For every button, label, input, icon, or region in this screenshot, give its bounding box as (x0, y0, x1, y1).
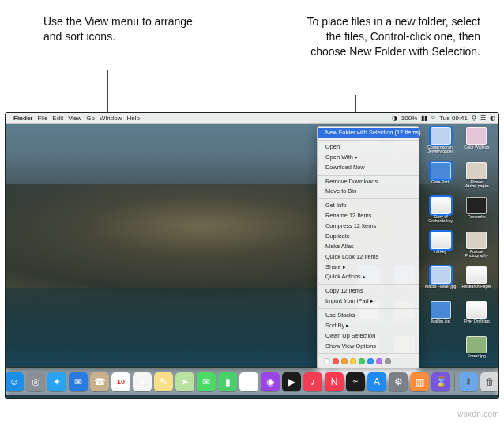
notification-center-icon[interactable]: ◐ (490, 115, 495, 122)
desktop-icon[interactable]: Flower Market.pages (460, 162, 495, 195)
siri-icon[interactable]: ◑ (392, 115, 397, 122)
cm-sort-by[interactable]: Sort By ▸ (318, 321, 419, 331)
cm-import-from-ipad[interactable]: Import from iPad ▸ (318, 296, 419, 307)
cm-clean-up-selection[interactable]: Clean Up Selection (318, 331, 419, 342)
cm-quick-look[interactable]: Quick Look 12 Items (318, 252, 419, 262)
desktop-icon[interactable]: Gate Park (423, 162, 458, 195)
cm-use-stacks[interactable]: Use Stacks (318, 311, 419, 321)
cm-duplicate[interactable]: Duplicate (318, 232, 419, 242)
cm-open-with[interactable]: Open With ▸ (318, 153, 419, 163)
dock-appstore-icon[interactable]: A (367, 372, 386, 391)
cm-tags-row[interactable] (318, 356, 419, 368)
tag-gray-icon[interactable] (385, 358, 391, 364)
dock-downloads-icon[interactable]: ⬇ (459, 372, 478, 391)
cm-move-to-bin[interactable]: Move to Bin (318, 187, 419, 197)
dock-books-icon[interactable]: ▥ (410, 372, 429, 391)
cm-separator (318, 308, 419, 309)
cm-rename[interactable]: Rename 12 Items… (318, 211, 419, 221)
menu-go[interactable]: Go (86, 115, 95, 122)
mac-desktop: Finder File Edit View Go Window Help ◑ 1… (5, 112, 499, 399)
desktop-icon[interactable]: Research Paper (460, 266, 495, 300)
tag-red-icon[interactable] (333, 358, 339, 364)
menu-edit[interactable]: Edit (52, 115, 63, 122)
context-menu: New Folder with Selection (12 Items) Ope… (317, 126, 419, 380)
battery-icon: ▮▮ (421, 115, 427, 122)
menubar: Finder File Edit View Go Window Help ◑ 1… (6, 113, 498, 124)
dock-contacts-icon[interactable]: ☎ (90, 372, 109, 391)
dock-finder-icon[interactable]: ☺ (5, 372, 24, 391)
cm-separator (318, 175, 419, 176)
dock-separator (454, 373, 455, 391)
cm-separator (318, 284, 419, 285)
dock-music-icon[interactable]: ♪ (303, 372, 322, 391)
tag-orange-icon[interactable] (341, 358, 348, 364)
desktop-icon[interactable]: Contemporary Jewelry pages (423, 127, 458, 161)
desktop-icon[interactable]: Malibu.jpg (423, 301, 458, 334)
cm-separator (318, 353, 419, 354)
control-center-icon[interactable]: ☰ (480, 115, 486, 122)
cm-separator (318, 140, 419, 141)
watermark: wsxdn.com (457, 410, 499, 418)
menubar-app-name[interactable]: Finder (13, 115, 32, 122)
dock-news-icon[interactable]: N (325, 372, 344, 391)
dock-maps-icon[interactable]: ➤ (175, 372, 194, 391)
cm-get-info[interactable]: Get Info (318, 201, 419, 211)
dock-notes-icon[interactable]: ✎ (154, 372, 173, 391)
desktop-icon[interactable]: Fireworks (460, 197, 495, 230)
dock-reminders-icon[interactable]: ≡ (133, 372, 152, 391)
menu-window[interactable]: Window (100, 115, 122, 122)
dock-messages-icon[interactable]: ✉ (197, 372, 216, 391)
dock-podcasts-icon[interactable]: ◉ (261, 372, 280, 391)
desktop-icon[interactable]: Flyer Draft.jpg (460, 301, 495, 334)
cm-download-now[interactable]: Download Now (318, 163, 419, 173)
dock-preferences-icon[interactable]: ⚙ (389, 372, 408, 391)
desktop-icon[interactable]: nd.key (423, 232, 458, 265)
desktop-icon[interactable]: Color Wall.jpg (460, 127, 495, 161)
dock-photos-icon[interactable]: ❀ (239, 372, 258, 391)
cm-quick-actions[interactable]: Quick Actions ▸ (318, 272, 419, 282)
dock: ☺◎✦✉☎10≡✎➤✉▮❀◉▶♪N≈A⚙▥⌛⬇🗑 (5, 368, 499, 395)
cm-separator (318, 198, 419, 199)
cm-new-folder-with-selection[interactable]: New Folder with Selection (12 Items) (318, 128, 419, 138)
menu-view[interactable]: View (68, 115, 81, 122)
wifi-icon[interactable]: ⌔ (431, 115, 435, 122)
dock-mail-icon[interactable]: ✉ (69, 372, 88, 391)
desktop-icon[interactable]: Portrait Photography (460, 232, 495, 265)
spotlight-icon[interactable]: ⚲ (472, 115, 476, 122)
tag-green-icon[interactable] (359, 358, 365, 364)
dock-screen-time-icon[interactable]: ⌛ (431, 372, 450, 391)
dock-calendar-icon[interactable]: 10 (111, 372, 130, 391)
tag-none-icon[interactable] (324, 358, 330, 364)
tag-yellow-icon[interactable] (350, 358, 356, 364)
tag-blue-icon[interactable] (367, 358, 374, 364)
desktop-icon[interactable]: Forest.jpg (460, 336, 495, 369)
dock-safari-icon[interactable]: ✦ (47, 372, 66, 391)
dock-trash-icon[interactable]: 🗑 (480, 372, 499, 391)
dock-launchpad-icon[interactable]: ◎ (26, 372, 45, 391)
tag-purple-icon[interactable] (376, 358, 382, 364)
clock[interactable]: Tue 09:41 (439, 115, 468, 122)
cm-open[interactable]: Open (318, 142, 419, 153)
cm-copy[interactable]: Copy 12 Items (318, 286, 419, 296)
dock-tv-icon[interactable]: ▶ (282, 372, 301, 391)
cm-share[interactable]: Share ▸ (318, 262, 419, 273)
cm-make-alias[interactable]: Make Alias (318, 242, 419, 252)
dock-facetime-icon[interactable]: ▮ (218, 372, 237, 391)
desktop-icon[interactable]: Story of Orchards.key (423, 197, 458, 230)
cm-compress[interactable]: Compress 12 Items (318, 221, 419, 232)
annotation-right: To place files in a new folder, select t… (295, 14, 480, 59)
callout-line-left (107, 70, 108, 116)
menu-help[interactable]: Help (126, 115, 139, 122)
annotation-left: Use the View menu to arrange and sort ic… (43, 14, 209, 59)
annotation-area: Use the View menu to arrange and sort ic… (0, 0, 504, 64)
desktop-icon[interactable]: Macro Flower.jpg (423, 266, 458, 300)
cm-remove-downloads[interactable]: Remove Downloads (318, 177, 419, 187)
menu-file[interactable]: File (37, 115, 47, 122)
battery-percent: 100% (401, 115, 417, 122)
dock-stocks-icon[interactable]: ≈ (346, 372, 365, 391)
cm-show-view-options[interactable]: Show View Options (318, 342, 419, 352)
